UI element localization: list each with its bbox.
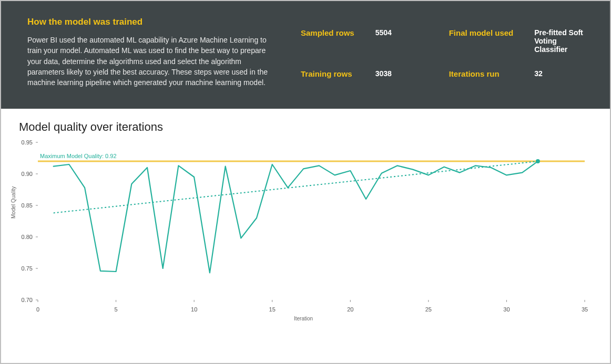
x-tick-label: 15 [269,306,276,313]
description-title: How the model was trained [27,17,269,27]
x-tick-label: 35 [582,306,588,313]
y-tick-label: 0.80 [17,234,33,240]
iterations-run-value: 32 [534,69,584,78]
sampled-rows-value: 5504 [375,28,428,54]
y-tick-label: 0.75 [17,265,33,272]
y-tick-label: 0.90 [17,171,33,177]
iterations-run-label: Iterations run [449,69,514,78]
chart-container: Model Quality Iteration 0.700.750.800.85… [17,137,590,326]
chart-area: Model quality over iterations Model Qual… [1,109,610,331]
training-rows-value: 3038 [375,69,428,78]
x-tick-label: 0 [36,306,39,313]
x-tick-label: 5 [115,306,118,313]
stats-grid: Sampled rows 5504 Final model used Pre-f… [301,17,584,88]
chart-svg [17,137,590,326]
y-tick-label: 0.95 [17,139,33,145]
final-model-label: Final model used [449,28,514,54]
svg-line-15 [54,161,538,213]
description-text: Power BI used the automated ML capabilit… [27,35,269,88]
x-tick-label: 20 [347,306,353,313]
x-tick-label: 10 [191,306,197,313]
y-tick-label: 0.85 [17,202,33,209]
y-tick-label: 0.70 [17,297,33,303]
y-axis-label: Model Quality [11,186,16,219]
final-model-value: Pre-fitted Soft Voting Classifier [534,28,584,54]
sampled-rows-label: Sampled rows [301,28,354,54]
training-summary-panel: How the model was trained Power BI used … [1,1,610,109]
report-frame: How the model was trained Power BI used … [0,0,611,364]
training-rows-label: Training rows [301,69,354,78]
x-axis-label: Iteration [294,316,313,321]
x-tick-label: 25 [425,306,432,313]
chart-title: Model quality over iterations [19,120,594,134]
svg-point-16 [536,159,540,163]
x-tick-label: 30 [503,306,510,313]
max-quality-label: Maximum Model Quality: 0.92 [40,153,117,159]
description-block: How the model was trained Power BI used … [27,17,269,88]
